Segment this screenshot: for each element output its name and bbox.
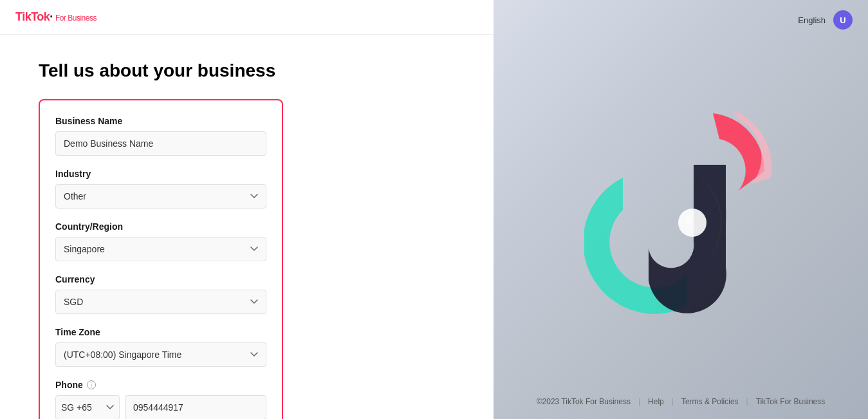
phone-info-icon[interactable]: i bbox=[87, 380, 96, 389]
tiktok-illustration bbox=[584, 100, 777, 319]
logo: TikTok·For Business bbox=[15, 10, 97, 24]
country-label: Country/Region bbox=[55, 221, 266, 232]
separator-2: | bbox=[672, 397, 674, 406]
phone-label-wrapper: Phone i bbox=[55, 380, 266, 390]
phone-group: Phone i SG +65 US +1 GB +44 bbox=[55, 380, 266, 419]
footer-tiktok-link[interactable]: TikTok For Business bbox=[756, 397, 826, 406]
page-title: Tell us about your business bbox=[39, 61, 455, 81]
timezone-select[interactable]: (UTC+08:00) Singapore Time (UTC+00:00) U… bbox=[55, 342, 266, 367]
phone-number-input[interactable] bbox=[125, 395, 266, 419]
logo-tiktok: TikTok bbox=[15, 10, 50, 23]
phone-label: Phone bbox=[55, 380, 83, 390]
svg-point-0 bbox=[678, 209, 706, 237]
industry-select[interactable]: Other Technology E-commerce Finance Educ… bbox=[55, 184, 266, 209]
business-name-group: Business Name bbox=[55, 116, 266, 156]
language-label[interactable]: English bbox=[798, 15, 826, 25]
timezone-group: Time Zone (UTC+08:00) Singapore Time (UT… bbox=[55, 327, 266, 367]
user-avatar[interactable]: U bbox=[833, 10, 853, 30]
currency-group: Currency SGD USD EUR GBP JPY AUD CAD bbox=[55, 274, 266, 314]
business-name-input[interactable] bbox=[55, 131, 266, 156]
currency-label: Currency bbox=[55, 274, 266, 284]
business-name-label: Business Name bbox=[55, 116, 266, 126]
footer-help-link[interactable]: Help bbox=[648, 397, 664, 406]
timezone-label: Time Zone bbox=[55, 327, 266, 337]
left-panel: TikTok·For Business Tell us about your b… bbox=[0, 0, 494, 419]
footer-copyright: ©2023 TikTok For Business bbox=[537, 397, 631, 406]
top-right: English U bbox=[798, 10, 853, 30]
logo-dot: · bbox=[50, 10, 53, 23]
right-footer: ©2023 TikTok For Business | Help | Terms… bbox=[494, 397, 868, 406]
form-card: Business Name Industry Other Technology … bbox=[39, 99, 283, 419]
logo-for-business: For Business bbox=[55, 14, 97, 23]
industry-label: Industry bbox=[55, 169, 266, 179]
industry-group: Industry Other Technology E-commerce Fin… bbox=[55, 169, 266, 209]
country-select[interactable]: Singapore United States United Kingdom A… bbox=[55, 237, 266, 261]
separator-3: | bbox=[746, 397, 748, 406]
currency-select[interactable]: SGD USD EUR GBP JPY AUD CAD bbox=[55, 290, 266, 314]
header: TikTok·For Business bbox=[0, 0, 494, 35]
separator-1: | bbox=[638, 397, 640, 406]
svg-point-1 bbox=[685, 216, 693, 223]
right-panel: English U ©2023 TikTok For Business | He… bbox=[494, 0, 868, 419]
main-content: Tell us about your business Business Nam… bbox=[0, 35, 494, 419]
phone-input-group: SG +65 US +1 GB +44 bbox=[55, 395, 266, 419]
footer-terms-link[interactable]: Terms & Policies bbox=[681, 397, 739, 406]
country-group: Country/Region Singapore United States U… bbox=[55, 221, 266, 261]
phone-country-select[interactable]: SG +65 US +1 GB +44 bbox=[55, 395, 120, 419]
